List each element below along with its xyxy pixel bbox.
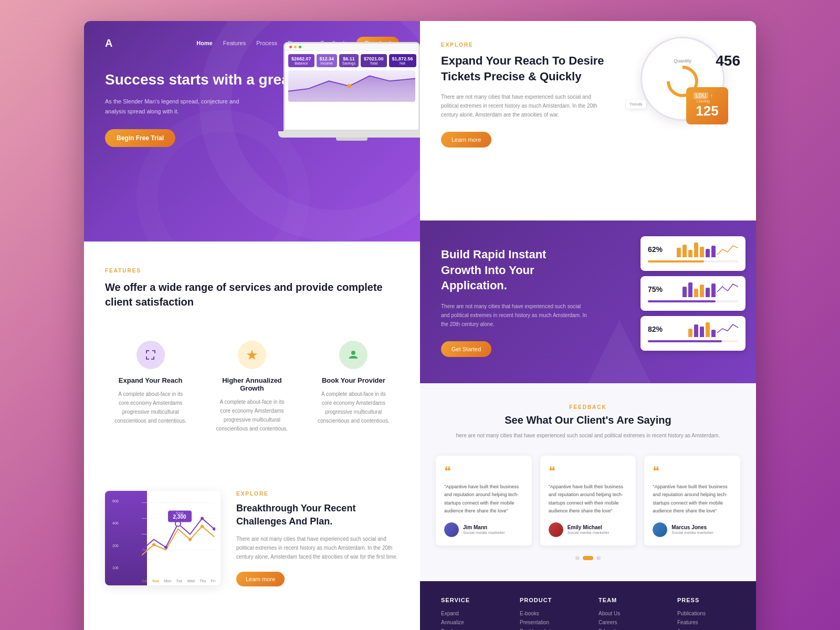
stat-balance: $2682.07 Balance: [288, 54, 314, 67]
bar-12: [706, 288, 710, 297]
stat-total: $7021.00 Total: [361, 54, 387, 67]
chart-area: [288, 70, 415, 102]
footer-press: PRESS Publications Features Awesome: [677, 597, 735, 630]
ldu-sub-label: Leading: [694, 99, 713, 103]
author-info-jim: Jim Mann Social media marketer: [463, 524, 505, 535]
explore-bottom-label: EXPLORE: [236, 491, 399, 497]
dot-yellow: [294, 46, 297, 48]
explore-bottom-cta[interactable]: Learn more: [236, 572, 285, 586]
stat-income-amount: $12.34: [320, 56, 334, 61]
get-started-button[interactable]: Get Started: [441, 341, 491, 357]
footer-service-link-1[interactable]: Annualize: [441, 620, 499, 625]
footer-press-link-1[interactable]: Features: [677, 620, 735, 625]
x-label-thu: Thu: [200, 579, 206, 583]
right-explore-title: Expand Your Reach To Desire Tickets Prec…: [441, 53, 609, 84]
footer-press-title: PRESS: [677, 597, 735, 603]
growth-icon: [246, 349, 258, 361]
ldu-badge: LDU: [694, 92, 708, 99]
main-container: A Home Features Process Discover Feedbac…: [84, 21, 756, 630]
footer-product-link-0[interactable]: E-books: [520, 611, 578, 616]
right-column: EXPLORE Expand Your Reach To Desire Tick…: [420, 21, 756, 630]
ldu-number: 125: [694, 103, 721, 119]
svg-point-15: [164, 546, 167, 549]
hero-section: A Home Features Process Discover Feedbac…: [84, 21, 420, 242]
bar-14: [688, 329, 692, 337]
carousel-dot-1[interactable]: [575, 556, 580, 560]
author-name-emily: Emily Michael: [568, 524, 610, 530]
bar-3: [688, 250, 692, 257]
features-section: FEATURES We offer a wide range of servic…: [84, 242, 420, 475]
footer-team-link-1[interactable]: Careers: [598, 620, 656, 625]
footer-team-link-0[interactable]: About Us: [598, 611, 656, 616]
laptop-base: [278, 131, 420, 138]
author-role-jim: Social media marketer: [463, 530, 505, 535]
features-label: FEATURES: [105, 268, 399, 274]
bar-16: [700, 327, 704, 337]
testimonials-container: ❝ "Appantive have built their business a…: [436, 456, 740, 545]
feature-icon-expand: [136, 341, 165, 369]
quantity-number: 456: [716, 52, 740, 69]
svg-point-12: [188, 538, 192, 541]
growth-section: Build Rapid Instant Growth Into Your App…: [420, 220, 756, 383]
feature-title-provider: Book Your Provider: [317, 376, 391, 384]
progress-fill-75: [648, 300, 716, 302]
author-role-marcus: Social media marketer: [671, 530, 713, 535]
y-label-100: 100: [112, 566, 119, 570]
footer-press-link-0[interactable]: Publications: [677, 611, 735, 616]
footer-product: PRODUCT E-books Presentation Dashboard M…: [520, 597, 578, 630]
quantity-label: Quantity: [667, 58, 698, 64]
bar-18: [711, 330, 716, 337]
feature-icon-provider: [339, 341, 368, 369]
mini-bars-62: [677, 242, 738, 257]
stat-net-label: Net: [392, 61, 413, 65]
x-label-wed: Wed: [187, 579, 195, 583]
right-explore-cta[interactable]: Learn more: [441, 132, 491, 148]
footer-product-title: PRODUCT: [520, 597, 578, 603]
avatar-emily: [549, 522, 563, 537]
avatar-placeholder-jim: [444, 522, 459, 537]
footer-service-link-0[interactable]: Expand: [441, 611, 499, 616]
nav-link-home[interactable]: Home: [196, 40, 213, 46]
feature-desc-growth: A complete about-face in its core econom…: [215, 397, 289, 433]
stat-savings-amount: $6.11: [342, 56, 355, 61]
quote-icon-2: ❝: [549, 464, 628, 479]
widget-circle: Quantity Trends LDU ↑: [640, 37, 724, 121]
svg-point-11: [152, 543, 155, 547]
x-label-sun: Sun: [152, 579, 159, 583]
main-layout: A Home Features Process Discover Feedbac…: [84, 21, 756, 630]
avatar-marcus: [653, 522, 667, 537]
testimonial-text-marcus: "Appantive have built their business and…: [653, 483, 732, 515]
stat-income: $12.34 Income: [317, 54, 338, 67]
bar-10: [694, 289, 698, 297]
bar-17: [706, 322, 710, 337]
testimonial-emily: ❝ "Appantive have built their business a…: [540, 456, 636, 545]
features-title: We offer a wide range of services and pr…: [105, 280, 399, 309]
footer-service: SERVICE Expand Annualize Track Engineeri…: [441, 597, 499, 630]
dot-green: [299, 46, 301, 48]
chart-svg: [288, 70, 415, 102]
avatar-jim: [444, 522, 459, 537]
stat-income-label: Income: [320, 61, 334, 65]
svg-point-2: [351, 351, 355, 355]
bar-11: [700, 285, 704, 297]
bar-2: [682, 245, 687, 257]
bar-4: [694, 243, 698, 257]
laptop-stand: [336, 138, 368, 141]
sparkline-82: [717, 321, 738, 337]
right-explore-section: EXPLORE Expand Your Reach To Desire Tick…: [420, 21, 756, 220]
ldu-card: LDU ↑ Leading 125: [686, 87, 728, 124]
laptop-mockup: $2682.07 Balance $12.34 Income $6.11: [273, 42, 420, 158]
testimonial-author-marcus: Marcus Jones Social media marketer: [653, 522, 732, 537]
nav-link-features[interactable]: Features: [223, 40, 246, 46]
progress-header-82: 82%: [648, 321, 738, 337]
carousel-dot-3[interactable]: [596, 556, 601, 560]
chart-x-labels: Sat Sun Mon Tue Wed Thu Fri: [142, 579, 215, 583]
trends-label: Trends: [626, 100, 646, 109]
footer-team-title: TEAM: [598, 597, 656, 603]
svg-text:Total: Total: [176, 511, 184, 515]
feature-card-provider: Book Your Provider A complete about-face…: [308, 330, 399, 444]
carousel-dot-2[interactable]: [583, 556, 593, 560]
progress-percent-62: 62%: [648, 245, 663, 254]
hero-cta-button[interactable]: Begin Free Trial: [105, 129, 175, 147]
footer-product-link-1[interactable]: Presentation: [520, 620, 578, 625]
